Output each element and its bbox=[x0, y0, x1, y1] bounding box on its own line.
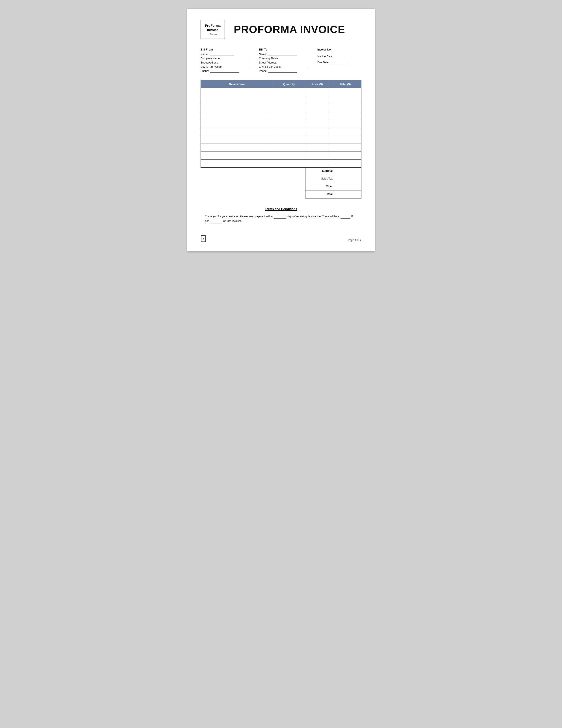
total-cell[interactable] bbox=[329, 120, 361, 128]
desc-cell[interactable] bbox=[201, 104, 273, 112]
bill-to-name: Name: bbox=[259, 52, 313, 56]
bill-to-city: City, ST ZIP Code: bbox=[259, 65, 313, 68]
logo-box: ProFormaInvoice eForms bbox=[201, 20, 225, 39]
table-row bbox=[201, 120, 361, 128]
desc-cell[interactable] bbox=[201, 144, 273, 152]
qty-cell[interactable] bbox=[273, 112, 305, 120]
bill-to-city-field[interactable] bbox=[282, 65, 308, 68]
total-cell[interactable] bbox=[329, 104, 361, 112]
total-cell[interactable] bbox=[329, 88, 361, 96]
bill-to-phone-field[interactable] bbox=[269, 69, 297, 73]
col-header-quantity: Quantity bbox=[273, 80, 305, 88]
due-date-row: Due Date: bbox=[317, 61, 361, 64]
price-cell[interactable] bbox=[305, 144, 329, 152]
qty-cell[interactable] bbox=[273, 136, 305, 144]
total-cell[interactable] bbox=[329, 136, 361, 144]
logo-title: ProFormaInvoice bbox=[205, 23, 221, 32]
salestax-value[interactable] bbox=[335, 175, 361, 183]
total-label: Total bbox=[305, 191, 335, 198]
total-cell[interactable] bbox=[329, 144, 361, 152]
bill-from-phone-field[interactable] bbox=[210, 69, 239, 73]
other-label: Other bbox=[305, 183, 335, 191]
price-cell[interactable] bbox=[305, 160, 329, 168]
payment-days-field[interactable] bbox=[274, 214, 286, 219]
qty-cell[interactable] bbox=[273, 120, 305, 128]
bill-from-address: Street Address: bbox=[201, 61, 255, 64]
bill-from-phone: Phone: bbox=[201, 69, 255, 73]
desc-cell[interactable] bbox=[201, 128, 273, 136]
bill-from-city-field[interactable] bbox=[224, 65, 250, 68]
price-cell[interactable] bbox=[305, 96, 329, 104]
qty-cell[interactable] bbox=[273, 88, 305, 96]
logo-subtitle: eForms bbox=[205, 33, 221, 36]
bill-from-block: Bill From Name: Company Name: Street Add… bbox=[201, 48, 255, 73]
qty-cell[interactable] bbox=[273, 152, 305, 160]
totals-wrapper: Subtotal Sales Tax Other Total bbox=[201, 168, 361, 198]
desc-cell[interactable] bbox=[201, 96, 273, 104]
desc-cell[interactable] bbox=[201, 120, 273, 128]
bill-to-phone: Phone: bbox=[259, 69, 313, 73]
qty-cell[interactable] bbox=[273, 160, 305, 168]
desc-cell[interactable] bbox=[201, 152, 273, 160]
price-cell[interactable] bbox=[305, 88, 329, 96]
desc-cell[interactable] bbox=[201, 112, 273, 120]
terms-text: Thank you for your business. Please send… bbox=[201, 214, 361, 223]
due-date-field[interactable] bbox=[330, 61, 348, 64]
page-number: Page 1 of 2 bbox=[348, 239, 361, 242]
subtotal-value[interactable] bbox=[335, 168, 361, 175]
col-header-description: Description bbox=[201, 80, 273, 88]
col-header-price: Price ($) bbox=[305, 80, 329, 88]
desc-cell[interactable] bbox=[201, 160, 273, 168]
bill-to-address: Street Address: bbox=[259, 61, 313, 64]
qty-cell[interactable] bbox=[273, 104, 305, 112]
price-cell[interactable] bbox=[305, 152, 329, 160]
table-row bbox=[201, 88, 361, 96]
salestax-label: Sales Tax bbox=[305, 175, 335, 183]
price-cell[interactable] bbox=[305, 136, 329, 144]
page-footer: e Page 1 of 2 bbox=[201, 235, 361, 245]
price-cell[interactable] bbox=[305, 104, 329, 112]
invoice-date-field[interactable] bbox=[334, 55, 351, 58]
totals-inner: Subtotal Sales Tax Other Total bbox=[305, 168, 362, 198]
doc-letter: e bbox=[203, 237, 204, 241]
per-period-field[interactable] bbox=[210, 219, 222, 223]
desc-cell[interactable] bbox=[201, 136, 273, 144]
table-row bbox=[201, 160, 361, 168]
price-cell[interactable] bbox=[305, 128, 329, 136]
total-cell[interactable] bbox=[329, 112, 361, 120]
bill-from-heading: Bill From bbox=[201, 48, 255, 51]
total-cell[interactable] bbox=[329, 96, 361, 104]
qty-cell[interactable] bbox=[273, 128, 305, 136]
percent-field[interactable] bbox=[340, 214, 350, 219]
table-row bbox=[201, 136, 361, 144]
bill-to-company-field[interactable] bbox=[280, 57, 306, 60]
table-row bbox=[201, 152, 361, 160]
terms-title: Terms and Conditions bbox=[201, 207, 361, 211]
qty-cell[interactable] bbox=[273, 144, 305, 152]
bill-from-city: City, ST ZIP Code: bbox=[201, 65, 255, 68]
col-header-total: Total ($) bbox=[329, 80, 361, 88]
table-row bbox=[201, 112, 361, 120]
bill-to-address-field[interactable] bbox=[278, 61, 307, 64]
invoice-no-field[interactable] bbox=[332, 48, 354, 51]
bill-from-name-field[interactable] bbox=[210, 52, 234, 56]
price-cell[interactable] bbox=[305, 112, 329, 120]
total-value[interactable] bbox=[335, 191, 361, 198]
bill-from-address-field[interactable] bbox=[220, 61, 249, 64]
qty-cell[interactable] bbox=[273, 96, 305, 104]
salestax-row: Sales Tax bbox=[305, 175, 362, 183]
total-cell[interactable] bbox=[329, 152, 361, 160]
bill-from-company-field[interactable] bbox=[222, 57, 248, 60]
other-value[interactable] bbox=[335, 183, 361, 191]
bill-to-company: Company Name: bbox=[259, 57, 313, 60]
other-row: Other bbox=[305, 183, 362, 191]
desc-cell[interactable] bbox=[201, 88, 273, 96]
price-cell[interactable] bbox=[305, 120, 329, 128]
invoice-table: Description Quantity Price ($) Total ($) bbox=[201, 80, 361, 168]
total-cell[interactable] bbox=[329, 160, 361, 168]
bill-to-name-field[interactable] bbox=[268, 52, 296, 56]
total-cell[interactable] bbox=[329, 128, 361, 136]
eforms-logo-icon: e bbox=[201, 235, 207, 245]
total-row: Total bbox=[305, 191, 362, 198]
bill-from-company: Company Name: bbox=[201, 57, 255, 60]
